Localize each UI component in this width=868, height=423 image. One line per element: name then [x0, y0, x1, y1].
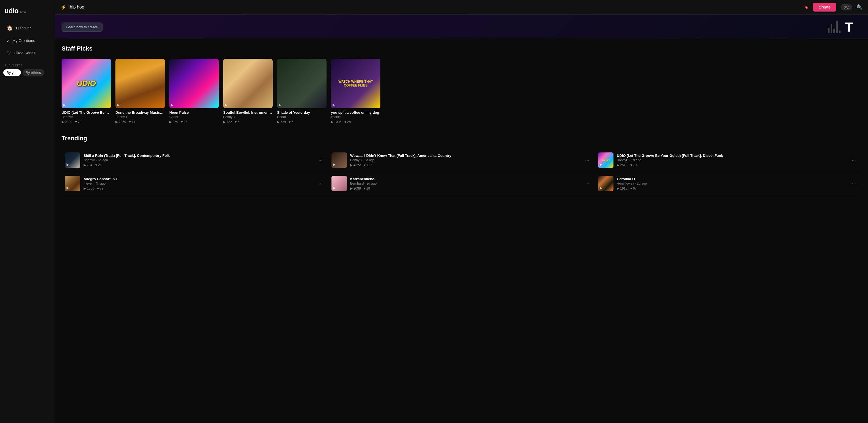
trending-item-katze[interactable]: Kätzchenliebe Bernhard · 3d ago ▶ 2038 ♥…	[328, 172, 595, 195]
play-icon	[333, 163, 336, 166]
create-button[interactable]: Create	[813, 3, 836, 11]
pick-card-stats: ▶ 2390 ♥ 70	[62, 120, 111, 124]
trending-item-udio2[interactable]: UDIO UDIO (Let The Groove Be Your Guide)…	[595, 149, 861, 172]
sidebar-item-liked-songs[interactable]: ♡ Liked Songs	[2, 47, 53, 59]
like-count: ♥ 52	[97, 187, 103, 190]
more-options-button[interactable]: ···	[849, 180, 858, 188]
trending-info: Siúil a Rúin (Trad.) [Full Track], Conte…	[84, 154, 313, 167]
bookmark-icon[interactable]: 🔖	[804, 5, 809, 9]
play-icon	[66, 163, 69, 166]
hero-visual	[828, 21, 840, 33]
pick-card-stats: ▶ 959 ♥ 27	[169, 120, 219, 124]
trending-grid: Siúil a Rúin (Trad.) [Full Track], Conte…	[55, 149, 868, 195]
more-options-button[interactable]: ···	[583, 156, 591, 164]
play-icon	[600, 163, 602, 166]
pick-card-image	[277, 59, 327, 108]
pick-card-dune[interactable]: Dune the Broadway Musical, Sh... BobbyB …	[116, 59, 165, 124]
pick-card-neon-pulse[interactable]: Neon Pulse Conor ▶ 959 ♥ 27	[169, 59, 219, 124]
like-count: ♥ 70	[630, 163, 637, 167]
trending-meta: Bernhard · 3d ago	[350, 182, 580, 186]
trending-stats: ▶ 784 ♥ 25	[84, 163, 313, 167]
more-options-button[interactable]: ···	[583, 180, 591, 188]
sidebar: udio beta 🏠 Discover ♪ My Creations ♡ Li…	[0, 0, 55, 423]
play-count: ▶ 1886	[84, 187, 94, 190]
pick-card-coffee-dog[interactable]: WATCH WHERE THAT COFFEE FLIES you spilt …	[331, 59, 380, 124]
play-count: ▶ 2369	[116, 120, 126, 124]
main-content: ⚡ 🔖 Create 0/2 🔍 Learn how to create T S…	[55, 0, 868, 423]
trending-info: Carolina-O Hemingway · 2d ago ▶ 1918 ♥ 6…	[617, 177, 846, 190]
trending-stats: ▶ 2512 ♥ 70	[617, 163, 846, 167]
trending-meta: Hemingway · 2d ago	[617, 182, 846, 186]
pick-card-udio-groove[interactable]: UDIO UDIO (Let The Groove Be Your ... Bo…	[62, 59, 111, 124]
play-icon	[279, 104, 281, 106]
trending-stats: ▶ 4222 ♥ 117	[350, 163, 580, 167]
like-count: ♥ 67	[630, 187, 637, 190]
pick-card-artwork	[169, 59, 219, 108]
more-options-button[interactable]: ···	[849, 156, 858, 164]
trending-item-siuil[interactable]: Siúil a Rúin (Trad.) [Full Track], Conte…	[62, 149, 328, 172]
trending-title-text: Siúil a Rúin (Trad.) [Full Track], Conte…	[84, 154, 313, 158]
playlist-tab-by-others[interactable]: By others	[23, 69, 44, 76]
sidebar-item-my-creations[interactable]: ♪ My Creations	[2, 35, 53, 46]
trending-item-carolina[interactable]: Carolina-O Hemingway · 2d ago ▶ 1918 ♥ 6…	[595, 172, 861, 195]
playlist-tab-by-you[interactable]: By you	[3, 69, 21, 76]
play-icon	[171, 104, 174, 106]
home-icon: 🏠	[7, 25, 13, 31]
trending-stats: ▶ 1886 ♥ 52	[84, 187, 313, 190]
play-count: ▶ 2512	[617, 163, 627, 167]
logo: udio beta	[0, 4, 55, 22]
pick-card-shade-yesterday[interactable]: Shade of Yesterday Conor ▶ 729 ♥ 6	[277, 59, 327, 124]
play-icon	[63, 104, 66, 106]
logo-text: udio	[4, 7, 19, 15]
playlist-tabs: By you By others	[0, 69, 55, 76]
trending-info: UDIO (Let The Groove Be Your Guide) [Ful…	[617, 154, 846, 167]
trending-meta: BobbyB · 5h ago	[84, 158, 313, 162]
trending-thumb	[332, 176, 347, 191]
trending-info: Kätzchenliebe Bernhard · 3d ago ▶ 2038 ♥…	[350, 177, 580, 190]
pick-card-author: BobbyB	[116, 115, 165, 119]
trending-meta: BobbyB · 5d ago	[350, 158, 580, 162]
pick-card-artwork: WATCH WHERE THAT COFFEE FLIES	[331, 59, 380, 108]
lightning-icon: ⚡	[60, 4, 66, 10]
trending-meta: Inever · 4h ago	[84, 182, 313, 186]
trending-stats: ▶ 2038 ♥ 18	[350, 187, 580, 190]
pick-card-author: Conor	[277, 115, 327, 119]
trending-title-text: UDIO (Let The Groove Be Your Guide) [Ful…	[617, 154, 846, 158]
like-count: ♥ 5	[235, 120, 239, 124]
play-count: ▶ 4222	[350, 163, 361, 167]
pick-card-author: Conor	[169, 115, 219, 119]
pick-card-title: Neon Pulse	[169, 110, 219, 115]
search-icon[interactable]: 🔍	[857, 4, 863, 10]
play-icon	[225, 104, 227, 106]
play-count: ▶ 2390	[62, 120, 72, 124]
usage-badge: 0/2	[840, 4, 852, 10]
music-note-icon: ♪	[7, 38, 9, 43]
learn-button[interactable]: Learn how to create	[62, 23, 102, 32]
logo-large-icon: T	[845, 20, 861, 34]
pick-card-stats: ▶ 729 ♥ 6	[277, 120, 327, 124]
search-input[interactable]	[70, 5, 801, 10]
trending-item-allegro[interactable]: Allegro Consort in C Inever · 4h ago ▶ 1…	[62, 172, 328, 195]
pick-card-image	[223, 59, 273, 108]
heart-icon: ♡	[7, 50, 11, 56]
play-icon	[600, 187, 602, 190]
pick-card-artwork	[277, 59, 327, 108]
trending-thumb	[598, 176, 614, 191]
sidebar-item-label: Liked Songs	[14, 51, 35, 55]
trending-title-text: Wow..... I Didn't Know That [Full Track]…	[350, 154, 580, 158]
play-icon	[117, 104, 120, 106]
more-options-button[interactable]: ···	[316, 156, 325, 164]
sidebar-item-discover[interactable]: 🏠 Discover	[2, 22, 53, 34]
playlists-section-label: PLAYLISTS	[0, 59, 55, 69]
trending-thumb: UDIO	[598, 153, 614, 168]
trending-item-wow[interactable]: Wow..... I Didn't Know That [Full Track]…	[328, 149, 595, 172]
trending-info: Allegro Consort in C Inever · 4h ago ▶ 1…	[84, 177, 313, 190]
like-count: ♥ 18	[364, 187, 370, 190]
trending-thumb	[65, 176, 80, 191]
pick-card-title: UDIO (Let The Groove Be Your ...	[62, 110, 111, 115]
more-options-button[interactable]: ···	[316, 180, 325, 188]
pick-card-author: charlie	[331, 115, 380, 119]
pick-card-stats: ▶ 732 ♥ 5	[223, 120, 273, 124]
play-count: ▶ 2038	[350, 187, 361, 190]
pick-card-soulful[interactable]: Soulful Bowlful, Instrumental Hi... Bobb…	[223, 59, 273, 124]
